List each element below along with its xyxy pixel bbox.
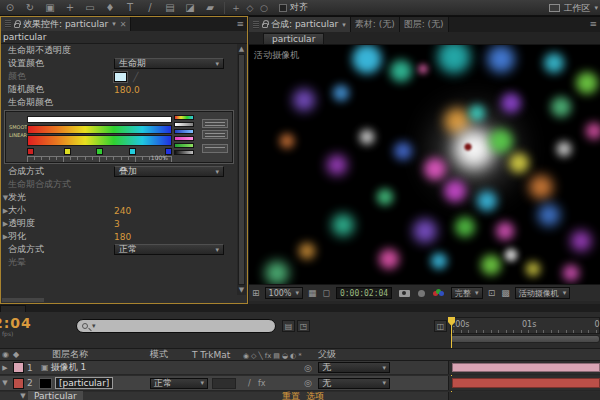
gradient-stop[interactable] [129, 148, 136, 155]
property-value[interactable]: 180 [114, 232, 131, 242]
timeline-search-box[interactable]: ▾ [76, 319, 276, 333]
mask-visibility-icon[interactable]: ◻ [322, 288, 329, 298]
clone-stamp-tool[interactable]: ▤ [160, 0, 180, 16]
eraser-tool[interactable]: ◪ [180, 0, 200, 16]
motion-blur-switch[interactable]: / [248, 379, 251, 388]
color-over-life-gradient[interactable]: SMOOTH LINEAR 100% [5, 111, 233, 163]
scroll-up-icon[interactable]: ▲ [237, 45, 246, 53]
comp-breadcrumb[interactable]: particular [263, 33, 324, 44]
gradient-preset-button[interactable] [202, 130, 228, 139]
twirl-icon[interactable]: ▼ [0, 379, 10, 387]
gradient-preset-green[interactable] [174, 143, 194, 148]
draft-3d-icon[interactable]: ◳ [297, 320, 310, 332]
current-time-display[interactable]: 2:04 [0, 315, 32, 331]
viewer-timecode[interactable]: 0:00:02:04 [336, 287, 392, 299]
col-layer-name[interactable]: 图层名称 [52, 348, 88, 361]
gradient-preset-magenta[interactable] [174, 136, 194, 141]
gradient-stop[interactable] [64, 148, 71, 155]
axis-mode-icon-1[interactable]: ◇ [243, 3, 257, 13]
chevron-down-icon[interactable]: ▾ [342, 21, 346, 29]
expand-icon[interactable]: ⊞ [252, 288, 260, 298]
graph-editor-icon[interactable]: ◫ [434, 320, 447, 332]
shape-tool[interactable]: ▭ [80, 0, 100, 16]
effect-reset-link[interactable]: 重置 [282, 390, 300, 400]
layer-name[interactable]: 摄像机 1 [51, 361, 87, 374]
panel-menu-icon[interactable]: ≡ [236, 19, 244, 29]
pan-behind-tool[interactable]: + [60, 0, 80, 16]
parent-dropdown[interactable]: 无 ▾ [318, 378, 390, 389]
camera-tool[interactable]: ▣ [40, 0, 60, 16]
pickwhip-icon[interactable]: ◎ [304, 378, 312, 388]
puppet-pin-tool[interactable]: ▰ [200, 0, 220, 16]
track-area[interactable] [448, 376, 600, 390]
resolution-dropdown[interactable]: 完整 ▾ [451, 287, 483, 299]
time-ruler[interactable]: :00s01s02s [450, 317, 600, 334]
work-area-bar[interactable] [450, 335, 600, 343]
property-value[interactable]: 240 [114, 206, 131, 216]
transparency-grid-icon[interactable]: ▩ [501, 288, 510, 298]
vertical-scrollbar[interactable]: ▲ ▼ [237, 44, 246, 295]
track-area[interactable] [448, 361, 600, 374]
layer-row-particular[interactable]: ▼ 2 [particular] 正常 ▾ / fx ◎ 无 ▾ [0, 376, 600, 391]
gradient-open-button[interactable] [202, 144, 228, 153]
gradient-preset-blue[interactable] [174, 129, 194, 134]
gradient-alpha-bar[interactable] [27, 116, 172, 123]
show-snapshot-icon[interactable] [418, 290, 425, 297]
chevron-down-icon[interactable]: ▾ [112, 20, 116, 28]
effect-options-link[interactable]: 选项 [306, 390, 324, 400]
safe-guides-icon[interactable]: ▦ [308, 288, 317, 298]
composition-canvas[interactable]: 活动摄像机 [249, 45, 600, 299]
gradient-rainbow-bar-1[interactable] [27, 125, 172, 134]
gradient-preset-button[interactable] [202, 119, 228, 128]
scrollbar-thumb[interactable] [238, 54, 245, 285]
tab-composition[interactable]: 合成: particular ▾ [249, 17, 351, 32]
gradient-stop[interactable] [96, 148, 103, 155]
brush-tool[interactable]: / [140, 0, 160, 16]
effect-name[interactable]: Particular [28, 391, 83, 400]
property-value[interactable]: 180.0 [114, 85, 140, 95]
layer-color-swatch[interactable] [13, 378, 24, 389]
comp-mini-flowchart-icon[interactable]: ▤ [282, 320, 295, 332]
workspace-switcher[interactable]: 工作区 ▾ [549, 0, 598, 16]
layer-duration-bar[interactable] [452, 378, 600, 388]
layer-row-camera[interactable]: ▶ 1 ▣ 摄像机 1 ◎ 无 ▾ [0, 361, 600, 375]
scroll-down-icon[interactable]: ▼ [237, 286, 246, 294]
horizontal-scrollbar-thumb[interactable] [2, 298, 44, 302]
property-value[interactable]: 3 [114, 219, 120, 229]
eyedropper-icon[interactable]: ╱ [133, 72, 145, 82]
col-parent[interactable]: 父级 [318, 348, 336, 361]
twirl-icon[interactable]: ▼ [18, 392, 28, 400]
view-camera-dropdown[interactable]: 活动摄像机 ▾ [515, 287, 571, 299]
pickwhip-icon[interactable]: ◎ [304, 363, 312, 373]
region-of-interest-icon[interactable]: ⊡ [488, 288, 496, 298]
effect-row-particular[interactable]: ▼ Particular 重置 选项 [0, 392, 600, 400]
tab-layer[interactable]: 图层: (无) [400, 17, 449, 32]
trkmat-dropdown[interactable] [212, 378, 236, 389]
gradient-preset-dark[interactable] [174, 150, 194, 155]
pen-tool[interactable]: ♦ [100, 0, 120, 16]
gradient-preset-grayscale[interactable] [174, 122, 194, 127]
tab-footage[interactable]: 素材: (无) [351, 17, 400, 32]
layer-color-swatch[interactable] [13, 362, 24, 373]
col-trkmat[interactable]: T TrkMat [192, 350, 230, 360]
fx-switch[interactable]: fx [258, 379, 266, 388]
channel-rgb-icon[interactable] [433, 289, 445, 298]
gradient-stop[interactable] [27, 148, 34, 155]
magnification-dropdown[interactable]: 100% ▾ [265, 287, 303, 299]
axis-mode-icon-0[interactable]: + [229, 3, 243, 13]
layer-name-edit-field[interactable]: [particular] [55, 377, 113, 389]
rotation-tool[interactable]: ↻ [20, 0, 40, 16]
col-mode[interactable]: 模式 [150, 348, 168, 361]
gradient-preset-rainbow[interactable] [174, 115, 194, 120]
property-dropdown[interactable]: 叠加▾ [114, 166, 224, 177]
axis-mode-icon-2[interactable]: ○ [257, 3, 271, 13]
panel-menu-icon[interactable]: ≡ [589, 19, 597, 29]
property-dropdown[interactable]: 正常▾ [114, 244, 224, 255]
parent-dropdown[interactable]: 无 ▾ [318, 362, 390, 373]
gradient-rainbow-bar-2[interactable] [27, 135, 172, 146]
align-checkbox[interactable] [279, 4, 287, 12]
timeline-tab-stub[interactable] [0, 305, 26, 312]
layer-duration-bar[interactable] [452, 363, 600, 372]
type-tool[interactable]: T [120, 0, 140, 16]
twirl-icon[interactable]: ▶ [0, 364, 10, 372]
